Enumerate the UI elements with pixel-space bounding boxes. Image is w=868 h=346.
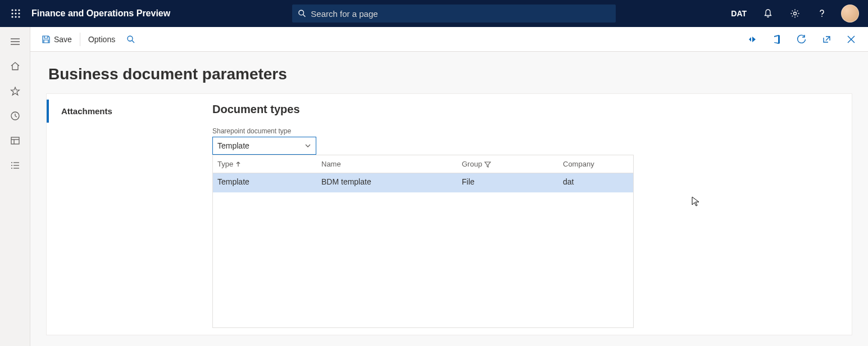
list-icon	[10, 160, 20, 170]
modules-button[interactable]	[0, 153, 30, 178]
help-button[interactable]	[810, 0, 834, 27]
cell-group: File	[457, 173, 558, 192]
question-icon	[817, 8, 827, 19]
sharepoint-doctype-combo[interactable]: Template	[212, 137, 316, 155]
cell-company: dat	[558, 173, 631, 192]
search-icon	[126, 35, 135, 44]
close-button[interactable]	[840, 27, 862, 52]
svg-point-9	[299, 10, 304, 15]
svg-point-12	[821, 16, 822, 17]
hamburger-button[interactable]	[0, 29, 30, 54]
save-label: Save	[54, 35, 72, 44]
svg-point-2	[18, 9, 20, 11]
tabs-column: Attachments	[47, 94, 212, 335]
svg-point-20	[11, 162, 12, 163]
column-header-name[interactable]: Name	[317, 155, 457, 173]
page-title: Business document parameters	[46, 65, 852, 83]
cell-type: Template	[213, 173, 317, 192]
svg-line-10	[303, 15, 306, 17]
global-search-input[interactable]	[311, 9, 610, 19]
star-icon	[10, 86, 20, 96]
svg-point-4	[15, 12, 16, 14]
svg-point-1	[15, 9, 16, 11]
svg-point-6	[11, 16, 13, 17]
svg-point-24	[11, 168, 12, 169]
column-header-group[interactable]: Group	[457, 155, 558, 173]
close-icon	[847, 35, 856, 44]
svg-point-11	[794, 12, 797, 15]
grid-empty-area	[213, 192, 633, 327]
svg-point-22	[11, 165, 12, 166]
main-column: Document types Sharepoint document type …	[212, 94, 852, 335]
workspaces-button[interactable]	[0, 128, 30, 153]
power-apps-icon	[747, 34, 757, 44]
tab-label: Attachments	[61, 106, 112, 116]
grid-row[interactable]: Template BDM template File dat	[213, 173, 633, 192]
column-header-company[interactable]: Company	[558, 155, 631, 173]
svg-point-8	[18, 16, 20, 17]
left-nav-rail	[0, 27, 30, 346]
power-apps-button[interactable]	[741, 27, 764, 52]
refresh-button[interactable]	[790, 27, 813, 52]
user-avatar[interactable]	[841, 5, 859, 23]
app-launcher-button[interactable]	[4, 0, 27, 27]
popout-icon	[821, 34, 831, 44]
waffle-icon	[11, 9, 20, 18]
svg-line-27	[132, 41, 134, 43]
sort-asc-icon	[235, 161, 241, 167]
gear-icon	[790, 8, 800, 19]
save-button[interactable]: Save	[36, 27, 78, 52]
recent-button[interactable]	[0, 104, 30, 128]
office-button[interactable]	[766, 27, 788, 52]
app-title: Finance and Operations Preview	[31, 8, 170, 19]
svg-point-3	[11, 12, 13, 14]
legal-entity-badge[interactable]: DAT	[724, 9, 753, 18]
clock-icon	[10, 111, 20, 121]
global-search[interactable]	[292, 5, 616, 23]
doctype-grid: Type Name Group	[212, 155, 634, 328]
refresh-icon	[797, 34, 807, 44]
find-button[interactable]	[121, 27, 141, 52]
filter-icon	[484, 161, 491, 168]
options-button[interactable]: Options	[83, 27, 121, 52]
workspace-icon	[10, 136, 20, 146]
combo-value: Template	[217, 141, 249, 150]
content-area: Business document parameters Attachments…	[30, 52, 868, 346]
favorites-button[interactable]	[0, 79, 30, 104]
settings-button[interactable]	[783, 0, 807, 27]
svg-point-5	[18, 12, 20, 14]
hamburger-icon	[10, 38, 20, 46]
chevron-down-icon	[305, 142, 311, 149]
top-navbar: Finance and Operations Preview DAT	[0, 0, 868, 27]
search-icon	[298, 9, 306, 18]
grid-header: Type Name Group	[213, 155, 633, 173]
svg-point-7	[15, 16, 16, 17]
tab-attachments[interactable]: Attachments	[47, 100, 212, 123]
command-bar: Save Options	[30, 27, 868, 52]
notifications-button[interactable]	[756, 0, 780, 27]
popout-button[interactable]	[815, 27, 838, 52]
svg-point-26	[128, 36, 133, 41]
svg-rect-17	[11, 137, 19, 144]
column-header-type[interactable]: Type	[213, 155, 317, 173]
office-icon	[772, 34, 781, 44]
home-icon	[10, 61, 20, 71]
divider	[80, 33, 80, 46]
svg-point-0	[11, 9, 13, 11]
save-icon	[42, 35, 51, 44]
options-label: Options	[88, 35, 115, 44]
section-title: Document types	[212, 103, 845, 116]
bell-icon	[763, 8, 773, 19]
combo-label: Sharepoint document type	[212, 127, 845, 135]
cell-name: BDM template	[317, 173, 457, 192]
form-panel: Attachments Document types Sharepoint do…	[46, 93, 852, 335]
home-button[interactable]	[0, 54, 30, 79]
